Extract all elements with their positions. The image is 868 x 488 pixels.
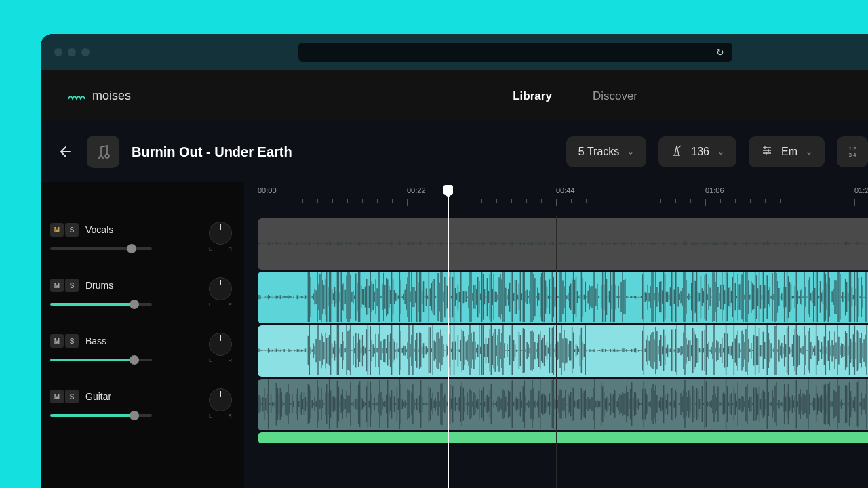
mute-button[interactable]: M (50, 279, 64, 292)
time-label: 00:44 (556, 186, 575, 195)
solo-button[interactable]: S (65, 279, 79, 292)
app-window: ↻ moises Library Discover Burnin Out - U… (41, 34, 868, 488)
waveform-drums[interactable] (258, 272, 868, 323)
waveform-guitar[interactable] (258, 379, 868, 430)
editor: M S Vocals LR M S Drums (41, 182, 868, 488)
logo-text: moises (92, 89, 131, 103)
pan-knob[interactable] (209, 388, 232, 411)
track-control-drums: M S Drums LR (41, 272, 244, 327)
chevron-down-icon: ⌄ (806, 147, 812, 157)
key-dropdown[interactable]: Em ⌄ (749, 136, 825, 167)
time-label: 01:06 (705, 186, 724, 195)
tracks-dropdown[interactable]: 5 Tracks ⌄ (566, 136, 646, 167)
mute-button[interactable]: M (50, 390, 64, 403)
time-label: 01:28 (854, 186, 868, 195)
url-bar[interactable]: ↻ (298, 43, 732, 62)
bpm-dropdown[interactable]: 136 ⌄ (658, 136, 736, 167)
song-title: Burnin Out - Under Earth (132, 144, 292, 160)
logo-icon (68, 91, 85, 102)
track-name: Vocals (85, 224, 113, 235)
track-control-guitar: M S Guitar LR (41, 383, 244, 439)
bpm-value: 136 (691, 146, 709, 158)
waveform-vocals[interactable] (258, 218, 868, 270)
solo-button[interactable]: S (65, 334, 79, 348)
waveform-bass[interactable] (258, 325, 868, 377)
song-icon (87, 136, 119, 168)
titlebar: ↻ (41, 34, 868, 70)
chevron-down-icon: ⌄ (627, 147, 634, 157)
track-sidebar: M S Vocals LR M S Drums (41, 182, 244, 488)
metronome-icon (671, 144, 683, 159)
window-close-button[interactable] (54, 48, 62, 56)
ruler-ticks (258, 199, 868, 207)
volume-slider[interactable] (50, 303, 152, 306)
volume-slider[interactable] (50, 359, 152, 361)
mute-button[interactable]: M (50, 334, 64, 348)
tracks-label: 5 Tracks (578, 146, 619, 158)
solo-button[interactable]: S (65, 390, 79, 403)
track-control-vocals: M S Vocals LR (41, 216, 244, 272)
logo[interactable]: moises (68, 89, 131, 103)
nav-discover[interactable]: Discover (593, 89, 637, 103)
pan-knob[interactable] (209, 333, 232, 356)
key-value: Em (781, 146, 797, 158)
ruler[interactable]: 00:00 00:22 00:44 01:06 01:28 (244, 182, 868, 216)
mute-button[interactable]: M (50, 223, 64, 237)
timeline-separator (556, 216, 557, 488)
sliders-icon (761, 144, 773, 159)
solo-button[interactable]: S (65, 223, 79, 237)
grid-view-button[interactable]: 1 2 3 4 (837, 136, 868, 167)
window-minimize-button[interactable] (68, 48, 76, 56)
volume-slider[interactable] (50, 247, 152, 250)
back-button[interactable] (54, 142, 75, 162)
chevron-down-icon: ⌄ (717, 147, 724, 157)
pan-knob[interactable] (209, 277, 232, 300)
track-name: Bass (85, 336, 106, 346)
reload-icon[interactable]: ↻ (716, 47, 724, 58)
time-label: 00:22 (407, 186, 426, 195)
playhead[interactable] (448, 185, 449, 488)
song-bar: Burnin Out - Under Earth 5 Tracks ⌄ 136 … (41, 121, 868, 182)
pan-knob[interactable] (209, 222, 232, 245)
nav-library[interactable]: Library (513, 89, 552, 103)
nav-links: Library Discover (513, 89, 637, 103)
top-nav: moises Library Discover (41, 70, 868, 121)
time-label: 00:00 (258, 186, 277, 195)
track-control-bass: M S Bass LR (41, 327, 244, 383)
waveform-extra[interactable] (258, 432, 868, 443)
track-name: Guitar (85, 391, 111, 402)
window-maximize-button[interactable] (81, 48, 90, 56)
volume-slider[interactable] (50, 414, 152, 417)
track-name: Drums (85, 280, 113, 291)
timeline[interactable]: 00:00 00:22 00:44 01:06 01:28 (244, 182, 868, 488)
